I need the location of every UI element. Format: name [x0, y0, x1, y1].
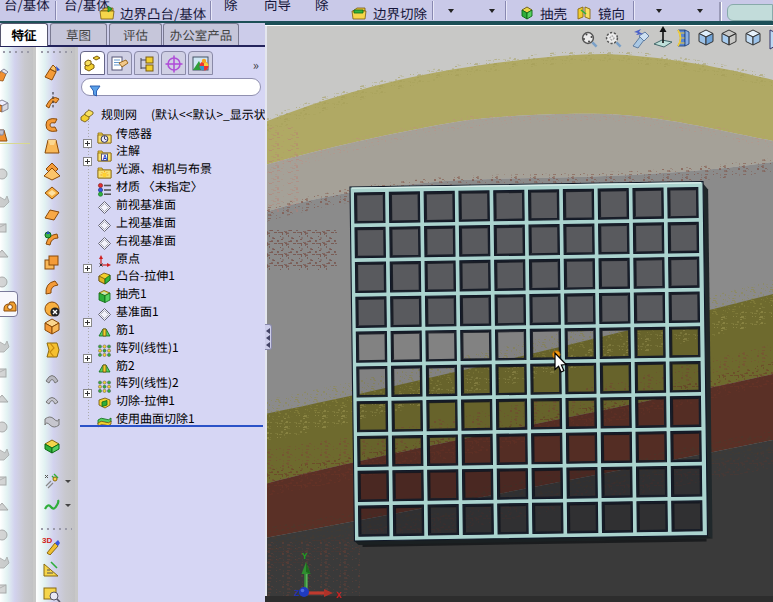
svg-text:Y: Y [302, 552, 308, 562]
svg-text:Z: Z [294, 589, 299, 599]
svg-text:X: X [336, 591, 342, 601]
svg-text:3D: 3D [42, 536, 52, 545]
